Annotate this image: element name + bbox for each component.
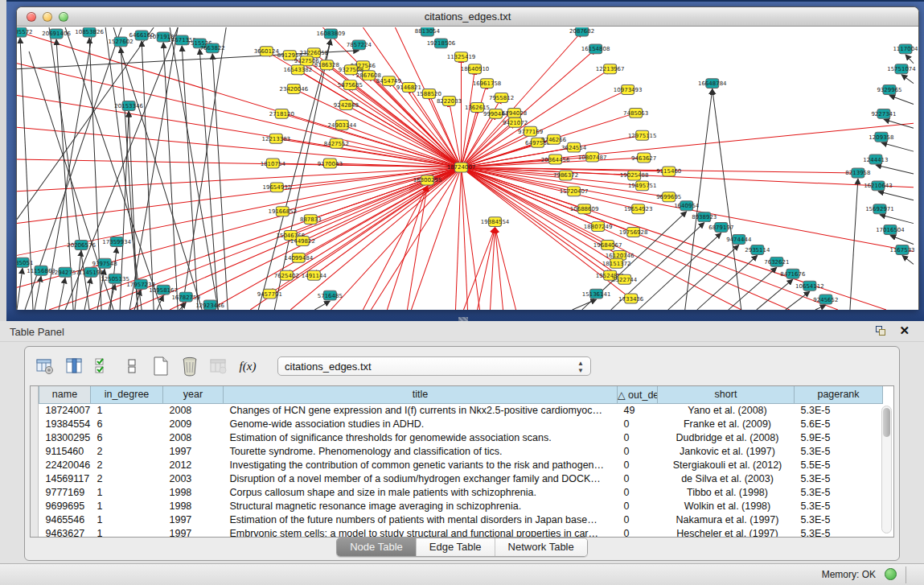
- select-all-icon[interactable]: [92, 356, 113, 377]
- graph-edge[interactable]: [901, 75, 914, 84]
- column-header-short[interactable]: short: [658, 386, 795, 403]
- graph-node-label: 8427552: [324, 141, 349, 147]
- graph-edge[interactable]: [461, 167, 741, 310]
- graph-edge[interactable]: [495, 228, 516, 310]
- graph-edge[interactable]: [455, 167, 461, 310]
- graph-node-label: 9746266: [541, 137, 566, 143]
- graph-edge[interactable]: [880, 215, 914, 224]
- graph-edge[interactable]: [878, 192, 914, 200]
- graph-edge[interactable]: [889, 96, 914, 105]
- tab-node-table[interactable]: Node Table: [337, 538, 417, 556]
- graph-edge[interactable]: [906, 55, 914, 64]
- network-canvas[interactable]: 1872400718300295193845541132541918640910…: [17, 27, 918, 310]
- column-header-in_degree[interactable]: in_degree: [91, 386, 163, 403]
- column-header-pagerank[interactable]: pagerank: [795, 386, 883, 403]
- graph-edge[interactable]: [639, 233, 721, 310]
- table-row[interactable]: 1872400712008Changes of HCN gene express…: [39, 403, 883, 417]
- graph-edge[interactable]: [495, 228, 503, 310]
- table-cell: Disruption of a novel member of a sodium…: [224, 472, 618, 485]
- graph-edge[interactable]: [75, 250, 81, 310]
- import-table-icon[interactable]: [208, 356, 229, 377]
- graph-edge[interactable]: [35, 276, 41, 310]
- graph-edge[interactable]: [729, 267, 777, 310]
- graph-edge[interactable]: [387, 186, 427, 310]
- graph-edge[interactable]: [461, 167, 479, 310]
- column-header-out_de[interactable]: △ out_de…: [618, 386, 658, 403]
- table-cell: Tibbo et al. (1998): [658, 485, 795, 499]
- graph-node-label: 9146821: [396, 84, 421, 91]
- show-columns-icon[interactable]: [64, 356, 84, 377]
- graph-edge[interactable]: [121, 47, 138, 310]
- table-selector-dropdown[interactable]: citations_edges.txt ▲▼: [277, 356, 591, 376]
- table-cell: 0: [618, 417, 658, 431]
- tab-edge-table[interactable]: Edge Table: [417, 538, 495, 556]
- graph-edge[interactable]: [463, 228, 495, 310]
- graph-edge[interactable]: [573, 299, 597, 310]
- table-row[interactable]: 911546021997Tourette syndrome. Phenomeno…: [39, 444, 883, 458]
- table-row[interactable]: 977716911998Corpus callosum shape and si…: [39, 485, 883, 499]
- table-row[interactable]: 1938455462009Genome-wide association stu…: [39, 417, 883, 431]
- table-row[interactable]: 969969511998Structural magnetic resonanc…: [39, 499, 883, 513]
- graph-edge[interactable]: [314, 301, 330, 310]
- graph-edge[interactable]: [697, 255, 758, 310]
- graph-edge[interactable]: [890, 236, 914, 245]
- table-cell: 1: [91, 513, 163, 526]
- graph-edge[interactable]: [668, 245, 739, 310]
- graph-node-label: 9227341: [871, 111, 896, 117]
- graph-edge[interactable]: [757, 279, 793, 310]
- graph-node-label: 2718120: [269, 111, 294, 117]
- table-row[interactable]: 1456911722003Disruption of a novel membe…: [39, 472, 883, 485]
- table-cell: 49: [618, 403, 658, 417]
- memory-ok-icon[interactable]: [885, 568, 897, 580]
- column-header-name[interactable]: name: [39, 386, 91, 403]
- graph-node-label: 1145194: [79, 270, 105, 276]
- graph-node-label: 9329965: [877, 87, 901, 93]
- graph-edge[interactable]: [461, 84, 487, 167]
- graph-node-label: 19384554: [481, 219, 510, 225]
- network-svg[interactable]: 1872400718300295193845541132541918640910…: [17, 27, 918, 310]
- graph-edge[interactable]: [713, 89, 741, 310]
- scrollbar-thumb[interactable]: [883, 408, 890, 437]
- graph-edge[interactable]: [258, 39, 331, 310]
- network-window-titlebar[interactable]: citations_edges.txt: [17, 7, 918, 27]
- graph-node-label: 20153346: [114, 103, 143, 109]
- graph-edge[interactable]: [815, 305, 826, 310]
- graph-edge[interactable]: [170, 27, 218, 310]
- table-row[interactable]: 2242004622012Investigating the contribut…: [39, 458, 883, 472]
- graph-node-label: 1527602: [109, 39, 133, 45]
- graph-edge[interactable]: [170, 167, 461, 310]
- table-cell: Wolkin et al. (1998): [658, 499, 795, 513]
- graph-edge[interactable]: [876, 165, 914, 174]
- graph-edge[interactable]: [17, 27, 154, 220]
- graph-edge[interactable]: [881, 142, 914, 151]
- graph-edge[interactable]: [902, 255, 914, 264]
- column-settings-icon[interactable]: [35, 356, 55, 377]
- clear-selection-icon[interactable]: [121, 356, 142, 377]
- close-panel-icon[interactable]: ✕: [899, 324, 910, 337]
- column-header-title[interactable]: title: [224, 386, 618, 403]
- graph-edge[interactable]: [17, 167, 461, 192]
- graph-edge[interactable]: [850, 179, 858, 310]
- float-panel-icon[interactable]: [876, 326, 887, 337]
- delete-table-icon[interactable]: [179, 356, 200, 377]
- graph-edge[interactable]: [17, 268, 23, 310]
- table-row[interactable]: 1830029562008Estimation of significance …: [39, 431, 883, 444]
- table-cell: 1: [91, 499, 163, 513]
- graph-edge[interactable]: [685, 89, 713, 310]
- graph-node-label: 18724007: [447, 165, 476, 171]
- vertical-scrollbar[interactable]: [881, 406, 892, 534]
- table-cell: 2: [91, 458, 163, 472]
- table-row[interactable]: 946554611997Estimation of the future num…: [39, 513, 883, 526]
- table-cell: Franke et al. (2009): [658, 417, 795, 431]
- tab-network-table[interactable]: Network Table: [495, 538, 587, 556]
- function-builder-icon[interactable]: f(x): [237, 356, 258, 377]
- graph-edge[interactable]: [17, 167, 461, 224]
- column-header-year[interactable]: year: [163, 386, 224, 403]
- graph-edge[interactable]: [331, 167, 461, 310]
- new-table-icon[interactable]: [150, 356, 171, 377]
- graph-node-label: 9457791: [257, 291, 282, 298]
- graph-node-label: 2522744: [612, 277, 638, 283]
- table-row[interactable]: 946362711997Embryonic stem cells: a mode…: [39, 526, 883, 538]
- graph-edge[interactable]: [461, 167, 467, 310]
- graph-edge[interactable]: [212, 54, 228, 310]
